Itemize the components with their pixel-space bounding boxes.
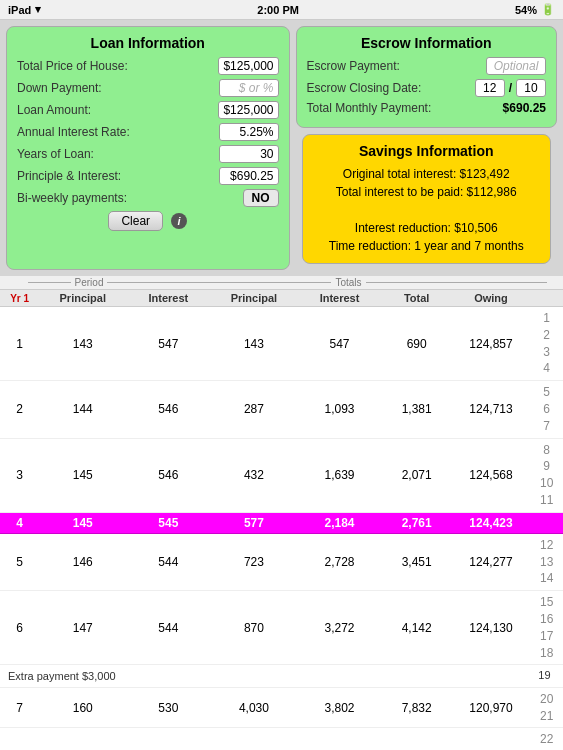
total-interest-cell: 2,728	[297, 533, 381, 590]
table-row: 71605304,0303,8027,832120,9702021	[0, 687, 563, 728]
escrow-payment-row: Escrow Payment: Optional	[307, 57, 547, 75]
escrow-day-input[interactable]: 10	[516, 79, 546, 97]
info-icon[interactable]: i	[171, 213, 187, 229]
years-row: Years of Loan: 30	[17, 145, 279, 163]
yr-cell: 8	[0, 728, 39, 750]
owing-cell: 120,970	[452, 687, 531, 728]
yr-cell: 7	[0, 687, 39, 728]
escrow-date-inputs: 12 / 10	[475, 79, 546, 97]
escrow-date-row: Escrow Closing Date: 12 / 10	[307, 79, 547, 97]
owing-cell: 120,809	[452, 728, 531, 750]
period-interest-cell: 546	[126, 381, 210, 438]
status-left: iPad ▾	[8, 3, 41, 16]
status-right: 54% 🔋	[515, 3, 555, 16]
biweekly-toggle[interactable]: NO	[243, 189, 279, 207]
loan-table: Yr 1 Principal Interest Principal Intere…	[0, 290, 563, 750]
total-principal-cell: 870	[210, 591, 297, 665]
total-price-value[interactable]: $125,000	[218, 57, 278, 75]
owing-cell: 124,713	[452, 381, 531, 438]
status-bar: iPad ▾ 2:00 PM 54% 🔋	[0, 0, 563, 20]
col-owing-header: Owing	[452, 290, 531, 307]
right-panels: Escrow Information Escrow Payment: Optio…	[296, 26, 558, 270]
down-payment-label: Down Payment:	[17, 81, 102, 95]
period-line-right	[107, 282, 150, 283]
clear-button[interactable]: Clear	[108, 211, 163, 231]
period-principal-cell: 160	[39, 687, 126, 728]
savings-panel-title: Savings Information	[313, 143, 541, 159]
col-total-principal-header: Principal	[210, 290, 297, 307]
total-principal-cell: 723	[210, 533, 297, 590]
owing-cell: 124,857	[452, 307, 531, 381]
owing-cell: 124,568	[452, 438, 531, 512]
loan-amount-value[interactable]: $125,000	[218, 101, 278, 119]
period-principal-cell: 144	[39, 381, 126, 438]
bottom-section: Period Totals Yr 1 Principal Interest Pr…	[0, 276, 563, 750]
wifi-icon: ▾	[35, 3, 41, 16]
total-cell: 3,451	[382, 533, 452, 590]
table-row: Extra payment $3,00019	[0, 665, 563, 687]
total-principal-cell: 4,030	[210, 687, 297, 728]
owing-cell: 124,423	[452, 512, 531, 533]
period-principal-cell: 145	[39, 512, 126, 533]
total-principal-cell: 143	[210, 307, 297, 381]
escrow-month-input[interactable]: 12	[475, 79, 505, 97]
years-label: Years of Loan:	[17, 147, 94, 161]
savings-line2: Total interest to be paid: $112,986	[313, 183, 541, 201]
total-interest-cell: 1,093	[297, 381, 381, 438]
owing-cell: 124,130	[452, 591, 531, 665]
escrow-panel: Escrow Information Escrow Payment: Optio…	[296, 26, 558, 128]
loan-panel-title: Loan Information	[17, 35, 279, 51]
savings-text: Original total interest: $123,492 Total …	[313, 165, 541, 255]
yr-cell: 4	[0, 512, 39, 533]
escrow-payment-input[interactable]: Optional	[486, 57, 546, 75]
total-monthly-label: Total Monthly Payment:	[307, 101, 432, 115]
group-spacer	[0, 277, 28, 288]
period-group-label: Period	[71, 277, 108, 288]
table-row: 1143547143547690124,8571234	[0, 307, 563, 381]
status-time: 2:00 PM	[257, 4, 299, 16]
escrow-panel-title: Escrow Information	[307, 35, 547, 51]
side-col-cell: 1234	[530, 307, 563, 381]
loan-amount-row: Loan Amount: $125,000	[17, 101, 279, 119]
down-payment-input[interactable]: $ or %	[219, 79, 279, 97]
period-interest-cell: 529	[126, 728, 210, 750]
total-principal-cell: 432	[210, 438, 297, 512]
totals-group-header: Totals	[150, 277, 547, 288]
table-row: 51465447232,7283,451124,277121314	[0, 533, 563, 590]
savings-panel: Savings Information Original total inter…	[302, 134, 552, 264]
table-body: 1143547143547690124,857123421445462871,0…	[0, 307, 563, 751]
period-principal-cell: 147	[39, 591, 126, 665]
total-principal-cell: 577	[210, 512, 297, 533]
table-wrapper: Yr 1 Principal Interest Principal Intere…	[0, 290, 563, 750]
total-interest-cell: 3,802	[297, 687, 381, 728]
years-input[interactable]: 30	[219, 145, 279, 163]
col-side-header	[530, 290, 563, 307]
savings-line1: Original total interest: $123,492	[313, 165, 541, 183]
total-price-label: Total Price of House:	[17, 59, 128, 73]
group-side-spacer	[547, 277, 563, 288]
escrow-date-label: Escrow Closing Date:	[307, 81, 422, 95]
side-col-cell: 15161718	[530, 591, 563, 665]
total-interest-cell: 2,184	[297, 512, 381, 533]
totals-group-label: Totals	[331, 277, 365, 288]
col-total-header: Total	[382, 290, 452, 307]
owing-cell: 124,277	[452, 533, 531, 590]
yr-cell: 1	[0, 307, 39, 381]
table-row: 31455464321,6392,071124,568891011	[0, 438, 563, 512]
period-principal-cell: 161	[39, 728, 126, 750]
total-interest-cell: 547	[297, 307, 381, 381]
side-col-cell: 19	[530, 665, 563, 687]
side-col-cell: 567	[530, 381, 563, 438]
total-cell: 4,142	[382, 591, 452, 665]
period-interest-cell: 545	[126, 512, 210, 533]
total-cell: 1,381	[382, 381, 452, 438]
period-interest-cell: 547	[126, 307, 210, 381]
total-principal-cell: 287	[210, 381, 297, 438]
principle-value: $690.25	[219, 167, 279, 185]
total-interest-cell: 3,272	[297, 591, 381, 665]
down-payment-row: Down Payment: $ or %	[17, 79, 279, 97]
side-col-cell	[530, 512, 563, 533]
col-yr-header: Yr 1	[0, 290, 39, 307]
interest-rate-input[interactable]: 5.25%	[219, 123, 279, 141]
side-col-cell: 891011	[530, 438, 563, 512]
